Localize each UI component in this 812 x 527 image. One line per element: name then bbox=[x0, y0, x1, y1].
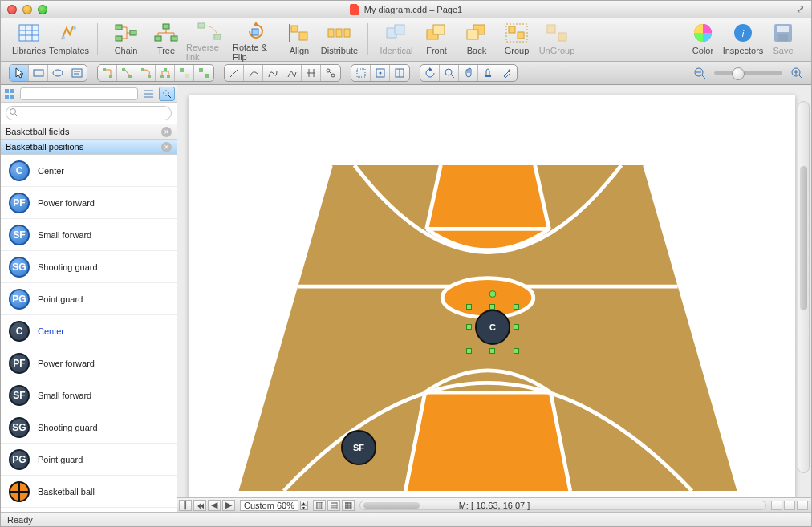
zoom-in-icon[interactable] bbox=[790, 67, 803, 79]
close-category-icon[interactable]: × bbox=[161, 127, 172, 137]
page[interactable]: SF C bbox=[189, 95, 795, 497]
svg-rect-64 bbox=[357, 69, 365, 77]
reverse-link-button[interactable]: Reverse link bbox=[186, 22, 233, 59]
library-item[interactable]: PGPoint guard bbox=[1, 283, 177, 315]
svg-rect-56 bbox=[199, 68, 203, 72]
text-tool[interactable] bbox=[67, 65, 87, 81]
svg-rect-33 bbox=[558, 33, 566, 41]
library-item[interactable]: PFPower forward bbox=[1, 347, 177, 379]
front-button[interactable]: Front bbox=[416, 22, 457, 59]
library-item[interactable]: SGShooting guard bbox=[1, 411, 177, 444]
line-5[interactable] bbox=[302, 65, 321, 81]
page-next-icon[interactable]: ▶ bbox=[222, 500, 235, 511]
zoom-readout[interactable]: Custom 60% bbox=[240, 500, 298, 511]
mouse-coords: M: [ 10.63, 16.07 ] bbox=[459, 501, 530, 510]
conn-5[interactable] bbox=[175, 65, 194, 81]
templates-button[interactable]: Templates bbox=[49, 22, 89, 59]
list-view-icon[interactable] bbox=[141, 87, 156, 101]
svg-rect-0 bbox=[19, 25, 39, 41]
svg-point-70 bbox=[445, 69, 452, 75]
page-first-icon[interactable]: ⏮ bbox=[193, 500, 206, 511]
conn-2[interactable] bbox=[117, 65, 136, 81]
line-6[interactable] bbox=[321, 65, 340, 81]
conn-4[interactable] bbox=[156, 65, 175, 81]
basketball-court: SF C bbox=[237, 165, 739, 491]
sidebar-search-input[interactable] bbox=[20, 87, 138, 100]
svg-rect-39 bbox=[778, 34, 788, 41]
library-item[interactable]: Basketball ball bbox=[1, 476, 177, 508]
identical-button[interactable]: Identical bbox=[376, 22, 416, 59]
hand-icon[interactable] bbox=[459, 65, 478, 81]
conn-1[interactable] bbox=[98, 65, 117, 81]
vertical-scrollbar[interactable] bbox=[798, 101, 810, 473]
snap-2[interactable] bbox=[371, 65, 390, 81]
conn-3[interactable] bbox=[136, 65, 156, 81]
rect-tool[interactable] bbox=[29, 65, 48, 81]
library-item[interactable]: SFSmall forward bbox=[1, 219, 177, 251]
footer-btn-2[interactable] bbox=[784, 501, 795, 510]
piece-small-forward[interactable]: SF bbox=[341, 430, 376, 465]
group-button[interactable]: Group bbox=[497, 22, 537, 59]
snap-1[interactable] bbox=[351, 65, 371, 81]
close-category-icon[interactable]: × bbox=[161, 142, 172, 152]
line-2[interactable] bbox=[244, 65, 263, 81]
line-3[interactable] bbox=[263, 65, 282, 81]
page-prev-icon[interactable]: ◀ bbox=[208, 500, 221, 511]
library-item[interactable]: SGShooting guard bbox=[1, 251, 177, 283]
svg-rect-51 bbox=[160, 75, 164, 78]
fullscreen-icon[interactable]: ⤢ bbox=[796, 3, 805, 15]
view-3-icon[interactable]: ▦ bbox=[342, 500, 355, 511]
view-1-icon[interactable]: ▥ bbox=[313, 500, 326, 511]
snap-tools bbox=[351, 64, 410, 82]
chain-button[interactable]: Chain bbox=[106, 22, 146, 59]
ungroup-button[interactable]: UnGroup bbox=[537, 22, 577, 59]
eyedropper-icon[interactable] bbox=[497, 65, 517, 81]
filter-input[interactable] bbox=[6, 106, 172, 120]
save-button[interactable]: Save bbox=[763, 22, 803, 59]
zoom-out-icon[interactable] bbox=[693, 67, 706, 79]
line-4[interactable] bbox=[282, 65, 302, 81]
distribute-button[interactable]: Distribute bbox=[319, 22, 359, 59]
color-button[interactable]: Color bbox=[683, 22, 723, 59]
inspectors-button[interactable]: iInspectors bbox=[723, 22, 763, 59]
search-button[interactable] bbox=[159, 87, 175, 101]
refresh-icon[interactable] bbox=[420, 65, 440, 81]
library-item[interactable]: CCenter bbox=[1, 315, 177, 347]
svg-rect-22 bbox=[344, 29, 350, 37]
line-1[interactable] bbox=[225, 65, 244, 81]
category-fields[interactable]: Basketball fields× bbox=[1, 124, 177, 140]
library-item[interactable]: PFPower forward bbox=[1, 187, 177, 219]
zoom-icon[interactable] bbox=[38, 5, 47, 14]
selection-handles[interactable] bbox=[469, 306, 517, 351]
rotate-handle-icon[interactable] bbox=[489, 290, 497, 298]
snap-3[interactable] bbox=[390, 65, 409, 81]
magnify-icon[interactable] bbox=[440, 65, 459, 81]
view-2-icon[interactable]: ▤ bbox=[327, 500, 340, 511]
zoom-stepper[interactable]: ▴▾ bbox=[300, 501, 308, 510]
tree-button[interactable]: Tree bbox=[146, 22, 186, 59]
minimize-icon[interactable] bbox=[22, 5, 32, 14]
footer-btn-1[interactable] bbox=[771, 501, 782, 510]
library-tab-icon[interactable] bbox=[2, 87, 17, 101]
library-item[interactable]: PGPoint guard bbox=[1, 444, 177, 476]
line-tools bbox=[224, 64, 341, 82]
conn-6[interactable] bbox=[194, 65, 213, 81]
footer-btn-3[interactable] bbox=[797, 501, 808, 510]
stamp-icon[interactable] bbox=[478, 65, 497, 81]
horizontal-scrollbar[interactable] bbox=[359, 501, 766, 510]
library-item-label: Small forward bbox=[38, 391, 91, 400]
zoom-controls bbox=[693, 67, 803, 79]
zoom-slider[interactable] bbox=[714, 71, 782, 75]
close-icon[interactable] bbox=[7, 5, 17, 14]
rotate-flip-button[interactable]: Rotate & Flip bbox=[233, 22, 279, 59]
back-button[interactable]: Back bbox=[457, 22, 497, 59]
page-pause-icon[interactable]: ∥ bbox=[179, 500, 192, 511]
ellipse-tool[interactable] bbox=[48, 65, 67, 81]
pointer-tool[interactable] bbox=[10, 65, 29, 81]
libraries-button[interactable]: Libraries bbox=[9, 22, 49, 59]
align-button[interactable]: Align bbox=[279, 22, 319, 59]
library-item[interactable]: CCenter bbox=[1, 155, 177, 187]
library-item[interactable]: SFSmall forward bbox=[1, 379, 177, 411]
category-positions[interactable]: Basketball positions× bbox=[1, 140, 177, 155]
tool-subbar bbox=[1, 62, 811, 85]
